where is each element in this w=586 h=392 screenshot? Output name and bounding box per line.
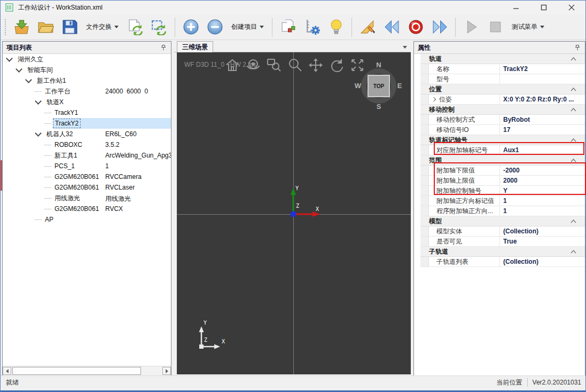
tab-list-caret-icon[interactable] <box>403 46 407 49</box>
coordinate-settings-button[interactable] <box>302 17 322 37</box>
open-button[interactable] <box>36 17 55 37</box>
scroll-left-button[interactable] <box>3 367 11 375</box>
play-button[interactable] <box>462 17 481 37</box>
property-value[interactable]: X:0 Y:0 Z:0 Rz:0 Ry:0 ... <box>500 95 585 104</box>
scrollbar-track[interactable] <box>11 367 162 375</box>
import-button[interactable] <box>12 17 31 37</box>
collapse-icon[interactable] <box>571 248 581 255</box>
property-row[interactable]: 是否可见True <box>420 237 585 247</box>
tree-item[interactable]: TrackY2 <box>3 118 171 129</box>
tree-item[interactable]: G2GM620B061RVCLaser <box>3 182 171 193</box>
property-value[interactable]: 2000 <box>500 176 585 185</box>
property-row[interactable]: 对应附加轴标记号Aux1 <box>420 145 585 155</box>
refresh-document-button[interactable] <box>126 17 145 37</box>
step-back-button[interactable] <box>382 17 401 37</box>
property-row[interactable]: 附加轴控制轴号Y <box>420 186 585 196</box>
compass-north[interactable]: N <box>375 61 382 69</box>
view-compass[interactable]: N S W E TOP <box>354 61 403 111</box>
tree-item[interactable]: ROBOXC3.5.2 <box>3 139 171 150</box>
tree-item[interactable]: 轨道X <box>3 97 171 107</box>
compass-south[interactable]: S <box>375 103 382 111</box>
property-value[interactable]: Y <box>500 186 585 195</box>
property-value[interactable] <box>500 74 585 84</box>
add-button[interactable] <box>181 17 200 37</box>
tree-item[interactable]: 新工作站1 <box>3 75 171 86</box>
tree-item[interactable]: 湖州久立 <box>3 54 171 65</box>
orbit-button[interactable] <box>245 57 262 74</box>
collapse-icon[interactable] <box>571 217 581 225</box>
pin-icon[interactable] <box>574 44 581 51</box>
property-value[interactable]: 17 <box>500 125 585 135</box>
property-group-header[interactable]: 轨道 <box>420 54 585 64</box>
tree-item[interactable]: AP <box>3 214 171 225</box>
maximize-button[interactable] <box>530 1 558 14</box>
hint-button[interactable] <box>326 17 346 37</box>
tree-item[interactable]: 智能车间 <box>3 65 171 75</box>
expand-toggle-icon[interactable] <box>35 98 42 105</box>
zoom-window-button[interactable] <box>265 57 283 74</box>
property-row[interactable]: 位姿X:0 Y:0 Z:0 Rz:0 Ry:0 ... <box>420 95 585 105</box>
property-value[interactable]: (Collection) <box>500 226 585 236</box>
tree-item[interactable]: 新工具1ArcWelding_Gun_Apg35 <box>3 150 171 161</box>
scroll-right-button[interactable] <box>162 367 171 375</box>
property-row[interactable]: 型号 <box>420 74 585 84</box>
property-row[interactable]: 移动信号IO17 <box>420 125 585 135</box>
property-row[interactable]: 附加轴下限值-2000 <box>420 166 585 176</box>
collapse-icon[interactable] <box>571 156 581 164</box>
create-project-menu[interactable]: 创建项目 <box>229 18 266 36</box>
property-value[interactable]: TrackY2 <box>500 64 585 74</box>
pin-icon[interactable] <box>160 44 167 51</box>
record-button[interactable] <box>406 17 425 37</box>
property-row[interactable]: 名称TrackY2 <box>420 64 585 74</box>
property-row[interactable]: 移动控制方式ByRobot <box>420 115 585 125</box>
collapse-icon[interactable] <box>571 106 581 113</box>
home-view-button[interactable] <box>224 57 241 74</box>
tree-item[interactable]: G2GM620B061RVCCamera <box>3 171 171 182</box>
property-row[interactable]: 附加轴正方向标记值1 <box>420 196 585 206</box>
tree-item[interactable]: 机器人32ER6L_C60 <box>3 129 171 139</box>
compass-top-face[interactable]: TOP <box>368 75 390 97</box>
scrollbar-thumb[interactable] <box>12 367 141 375</box>
property-row[interactable]: 程序附加轴正方向...1 <box>420 206 585 216</box>
tree-item[interactable]: 用线激光用线激光 <box>3 193 171 203</box>
property-group-header[interactable]: 子轨道 <box>420 247 585 257</box>
remove-button[interactable] <box>205 17 224 37</box>
tree-item[interactable]: G2GM620B061RVCX <box>3 203 171 214</box>
compass-east[interactable]: E <box>396 82 403 90</box>
property-row[interactable]: 附加轴上限值2000 <box>420 176 585 186</box>
copy-model-button[interactable] <box>278 17 298 37</box>
property-value[interactable]: 1 <box>500 206 585 216</box>
pan-button[interactable] <box>307 57 324 74</box>
expand-toggle-icon[interactable] <box>6 55 13 62</box>
tree-item[interactable]: 工作平台24000 6000 0 <box>3 86 171 97</box>
expand-property-icon[interactable] <box>432 97 436 101</box>
expand-toggle-icon[interactable] <box>15 66 22 73</box>
expand-toggle-icon[interactable] <box>35 130 42 137</box>
property-value[interactable]: -2000 <box>500 166 585 175</box>
property-group-header[interactable]: 模型 <box>420 216 585 226</box>
file-exchange-menu[interactable]: 文件交换 <box>84 18 121 36</box>
property-group-header[interactable]: 范围 <box>420 155 585 166</box>
tree-item[interactable]: TrackY1 <box>3 107 171 118</box>
rotate-view-button[interactable] <box>328 57 345 74</box>
expand-toggle-icon[interactable] <box>25 76 32 83</box>
save-button[interactable] <box>60 17 79 37</box>
property-value[interactable]: Aux1 <box>500 145 585 155</box>
horizontal-scrollbar[interactable] <box>3 366 171 375</box>
tab-3d-scene[interactable]: 三维场景 <box>177 41 213 52</box>
test-menu[interactable]: 测试菜单 <box>510 18 546 36</box>
close-button[interactable] <box>558 1 585 14</box>
property-group-header[interactable]: 移动控制 <box>420 105 585 115</box>
tree-item[interactable]: PCS_11 <box>3 161 171 171</box>
collapse-icon[interactable] <box>571 55 581 62</box>
property-row[interactable]: 模型实体(Collection) <box>420 226 585 237</box>
refresh-layout-button[interactable] <box>150 17 169 37</box>
property-group-header[interactable]: 位置 <box>420 84 585 95</box>
viewport-3d[interactable]: WF D3D 11_0 - HW 2 fps <box>177 52 411 374</box>
property-value[interactable]: (Collection) <box>500 257 585 266</box>
toolbar-drag-handle[interactable] <box>5 19 6 35</box>
property-row[interactable]: 子轨道列表(Collection) <box>420 257 585 267</box>
property-group-header[interactable]: 轨道标记轴号 <box>420 135 585 145</box>
measure-edit-button[interactable] <box>358 17 377 37</box>
step-forward-button[interactable] <box>430 17 449 37</box>
